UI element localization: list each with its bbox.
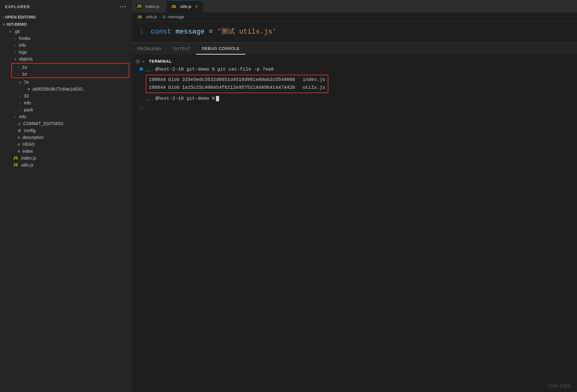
terminal-area: ⊟ ∨ TERMINAL __. @host-2-10 git-demo % g… bbox=[132, 55, 577, 392]
1a-folder[interactable]: › 1a bbox=[12, 64, 129, 71]
7e-label: 7e bbox=[24, 80, 29, 85]
info-top-folder[interactable]: › info bbox=[0, 42, 132, 49]
terminal-command: git cat-file -p 7ea6 bbox=[217, 66, 274, 74]
watermark: CSDN @花花 bbox=[547, 384, 571, 389]
index-label: index bbox=[23, 149, 33, 154]
terminal-at: @host-2-10 git-demo % bbox=[155, 66, 215, 74]
js-icon: JS bbox=[13, 162, 19, 167]
terminal-prompt: __. bbox=[146, 66, 154, 74]
1e-folder[interactable]: › 1e bbox=[12, 71, 129, 77]
config-file[interactable]: › ⚙ config bbox=[0, 127, 132, 134]
js-icon: JS bbox=[136, 4, 142, 9]
type-2: blob bbox=[168, 84, 180, 92]
terminal-next-prompt-row: __. @host-2-10 git-demo % bbox=[146, 95, 577, 103]
close-tab-button[interactable]: ✕ bbox=[195, 4, 198, 9]
file-2: utils.js bbox=[303, 84, 325, 92]
hooks-folder[interactable]: › hooks bbox=[0, 35, 132, 42]
chevron-right-icon: › bbox=[13, 37, 18, 40]
chevron-right-icon: › bbox=[13, 50, 18, 54]
output-label: OUTPUT bbox=[173, 46, 191, 51]
terminal-cursor bbox=[216, 96, 219, 101]
terminal-active-dot bbox=[139, 67, 143, 71]
tab-debug-console[interactable]: DEBUG CONSOLE bbox=[196, 43, 245, 55]
keyword-const: const bbox=[151, 26, 171, 37]
terminal-inactive-dot bbox=[139, 107, 143, 110]
tab-problems[interactable]: PROBLEMS bbox=[132, 43, 167, 55]
info-bottom-folder[interactable]: › info bbox=[0, 99, 132, 106]
pack-folder[interactable]: › pack bbox=[0, 106, 132, 113]
objects-folder[interactable]: ∨ objects bbox=[0, 56, 132, 62]
code-line-1: 1 const message = '测试 utils.js' bbox=[132, 26, 577, 37]
chevron-right-icon: › bbox=[18, 108, 23, 112]
refs-folder[interactable]: › refs bbox=[0, 113, 132, 120]
chevron-down-icon: ∨ bbox=[18, 81, 23, 84]
spacer: › bbox=[8, 163, 13, 167]
terminal-output-row-2: 100644 blob 1a15c15c400454f6212e9575214d… bbox=[149, 84, 325, 92]
breadcrumb-sep: › bbox=[159, 14, 160, 19]
lines-icon: ≡ bbox=[18, 142, 20, 147]
a69535-file[interactable]: › ≡ a69535fc9b77c84e1d033... bbox=[0, 86, 132, 93]
chevron-right-icon: › bbox=[3, 15, 4, 19]
tab-bar: JS index.js JS utils.js ✕ bbox=[132, 0, 577, 13]
file-1: index.js bbox=[303, 76, 325, 84]
commit-editmsg-file[interactable]: › ◇ COMMIT_EDITMSG bbox=[0, 120, 132, 127]
logs-label: logs bbox=[19, 50, 27, 55]
open-editors-section[interactable]: › OPEN EDITORS bbox=[0, 13, 132, 21]
line-number: 1 bbox=[132, 27, 151, 36]
chevron-down-icon: ∨ bbox=[13, 57, 18, 61]
debug-console-label: DEBUG CONSOLE bbox=[202, 46, 240, 51]
dot-git-folder[interactable]: ∨ .git bbox=[0, 28, 132, 35]
code-space bbox=[171, 26, 175, 37]
lines-icon: ≡ bbox=[18, 135, 20, 140]
gear-icon: ⚙ bbox=[18, 128, 21, 133]
terminal-header: ⊟ ∨ TERMINAL bbox=[132, 57, 577, 66]
chevron-right-icon: › bbox=[18, 94, 23, 98]
code-area: 1 const message = '测试 utils.js' bbox=[132, 21, 577, 42]
7e-folder[interactable]: ∨ 7e bbox=[0, 79, 132, 86]
description-file[interactable]: › ≡ description bbox=[0, 134, 132, 141]
terminal-prompt-row: __. @host-2-10 git-demo % git cat-file -… bbox=[146, 66, 577, 74]
hash-1: 333e5edc3532d0651d4518d901e80ab2c5549066 bbox=[182, 76, 295, 84]
tab-index-js[interactable]: JS index.js bbox=[132, 0, 166, 13]
utils-js-label: utils.js bbox=[21, 162, 34, 167]
perm-2: 100644 bbox=[149, 84, 166, 92]
terminal-output-highlight-box: 100644 blob 333e5edc3532d0651d4518d901e8… bbox=[146, 75, 328, 93]
git-demo-section[interactable]: ∨ GIT-DEMO bbox=[0, 21, 132, 28]
a69535-label: a69535fc9b77c84e1d033... bbox=[33, 87, 86, 92]
terminal-inactive-line bbox=[137, 105, 577, 110]
diamond-icon: ◇ bbox=[18, 121, 21, 126]
spacer: › bbox=[23, 87, 28, 91]
terminal-command-line: __. @host-2-10 git-demo % git cat-file -… bbox=[137, 66, 577, 103]
more-options-icon[interactable]: ··· bbox=[120, 3, 127, 10]
head-file[interactable]: › ≡ HEAD bbox=[0, 141, 132, 148]
chevron-down-icon: ∨ bbox=[8, 30, 13, 33]
config-label: config bbox=[24, 128, 35, 133]
sidebar-header: Explorer ··· bbox=[0, 0, 132, 13]
js-icon: JS bbox=[13, 156, 19, 161]
spacer: › bbox=[8, 156, 13, 160]
terminal-output-row-1: 100644 blob 333e5edc3532d0651d4518d901e8… bbox=[149, 76, 325, 84]
lines-icon: ≡ bbox=[18, 149, 20, 154]
code-eq: = bbox=[205, 26, 217, 37]
spacer: › bbox=[13, 122, 18, 125]
spacer: › bbox=[13, 129, 18, 132]
index-js-file[interactable]: › JS index.js bbox=[0, 155, 132, 162]
breadcrumb-file: utils.js bbox=[146, 14, 157, 19]
spacer: › bbox=[13, 143, 18, 146]
terminal-expand-icon[interactable]: ∨ bbox=[142, 59, 145, 64]
utils-js-file[interactable]: › JS utils.js bbox=[0, 162, 132, 168]
tab-output[interactable]: OUTPUT bbox=[167, 43, 196, 55]
commit-editmsg-label: COMMIT_EDITMSG bbox=[23, 121, 63, 126]
problems-label: PROBLEMS bbox=[138, 46, 161, 51]
dot-git-label: .git bbox=[14, 29, 20, 34]
index-file[interactable]: › ≡ index bbox=[0, 148, 132, 155]
tab-utils-js[interactable]: JS utils.js ✕ bbox=[166, 0, 203, 13]
terminal-content: __. @host-2-10 git-demo % git cat-file -… bbox=[132, 66, 577, 110]
terminal-settings-icon[interactable]: ⊟ bbox=[136, 58, 140, 64]
info-bottom-label: info bbox=[24, 100, 31, 105]
33-folder[interactable]: › 33 bbox=[0, 93, 132, 99]
1e-label: 1e bbox=[22, 72, 27, 77]
bottom-panel: PROBLEMS OUTPUT DEBUG CONSOLE ⊟ ∨ TERMIN… bbox=[132, 42, 577, 392]
index-js-label: index.js bbox=[21, 156, 36, 161]
logs-folder[interactable]: › logs bbox=[0, 49, 132, 56]
